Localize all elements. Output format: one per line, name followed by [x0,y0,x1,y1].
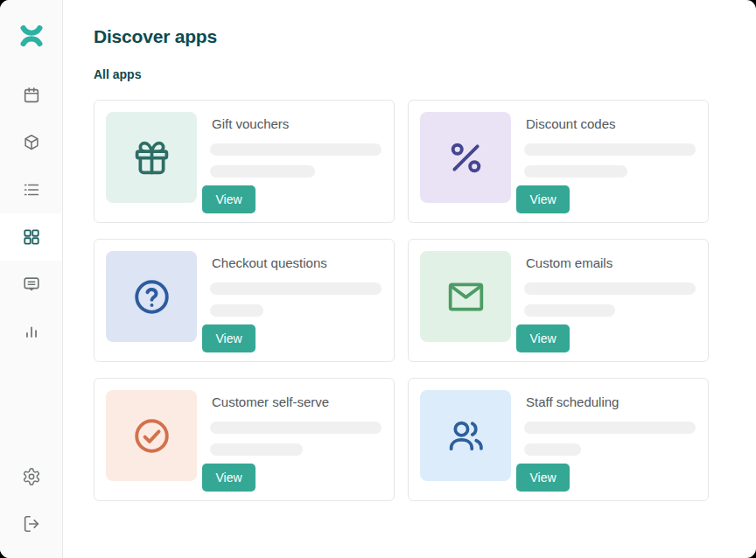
app-card-title: Staff scheduling [524,394,696,410]
app-icon-tile [420,251,511,342]
skeleton-line [524,443,581,456]
view-button[interactable]: View [516,324,570,352]
section-label: All apps [94,67,709,81]
skeleton-line [524,304,615,317]
skeleton-line [524,165,627,178]
app-card-title: Gift vouchers [210,116,382,132]
sidebar-item-reports[interactable] [0,308,62,355]
bar-chart-icon [22,322,41,341]
people-icon [446,416,486,456]
app-icon-tile [106,112,197,203]
sidebar-item-products[interactable] [0,119,62,166]
brand-logo-icon [18,23,45,49]
app-card-body: Staff scheduling View [524,390,696,500]
view-button[interactable]: View [202,324,256,352]
question-circle-icon [132,277,172,317]
app-card-body: Custom emails View [524,251,696,361]
skeleton-line [210,282,382,295]
app-icon-tile [106,390,197,481]
apps-grid-icon [22,227,41,247]
app-card: Staff scheduling View [408,378,709,501]
sidebar-item-messages[interactable] [0,261,62,308]
skeleton-line [210,443,303,456]
app-icon-tile [106,251,197,342]
package-icon [22,133,41,152]
skeleton-line [210,304,263,317]
sidebar-nav [0,72,62,355]
skeleton-line [524,143,696,156]
page-title: Discover apps [94,26,709,47]
app-cards-grid: Gift vouchers View Discount codes View C… [94,100,709,501]
skeleton-line [210,143,382,156]
gift-icon [132,138,172,178]
calendar-icon [22,86,41,105]
gear-icon [22,467,41,486]
app-card-body: Customer self-serve View [210,390,382,500]
app-card: Gift vouchers View [94,100,395,223]
app-card-body: Discount codes View [524,112,696,222]
app-window: Discover apps All apps Gift vouchers Vie… [0,0,756,558]
skeleton-line [210,165,315,178]
sidebar-spacer [0,355,62,453]
logout-icon [22,514,41,534]
skeleton-line [210,422,382,434]
view-button[interactable]: View [202,185,256,213]
list-icon [22,180,41,199]
app-card: Discount codes View [408,100,709,223]
sidebar-item-logout[interactable] [0,500,62,548]
app-card-body: Gift vouchers View [210,112,382,222]
check-circle-icon [132,416,172,456]
app-icon-tile [420,390,511,481]
app-card: Custom emails View [408,239,709,362]
view-button[interactable]: View [516,464,570,492]
skeleton-line [524,422,696,434]
app-card-title: Checkout questions [210,255,382,271]
sidebar-footer [0,453,62,558]
sidebar-item-calendar[interactable] [0,72,62,119]
main-content: Discover apps All apps Gift vouchers Vie… [63,0,756,558]
view-button[interactable]: View [202,464,256,492]
sidebar-item-apps[interactable] [0,213,62,261]
percent-icon [446,138,486,178]
skeleton-line [524,282,696,295]
envelope-icon [446,277,486,317]
app-card: Customer self-serve View [94,378,395,501]
sidebar [0,0,63,558]
app-card-title: Customer self-serve [210,394,382,410]
app-card-title: Discount codes [524,116,696,132]
app-card-body: Checkout questions View [210,251,382,361]
chat-icon [22,275,41,294]
sidebar-item-settings[interactable] [0,453,62,500]
view-button[interactable]: View [516,185,570,213]
app-card: Checkout questions View [94,239,395,362]
app-icon-tile [420,112,511,203]
sidebar-item-list[interactable] [0,166,62,213]
app-card-title: Custom emails [524,255,696,271]
brand-logo[interactable] [0,0,62,72]
